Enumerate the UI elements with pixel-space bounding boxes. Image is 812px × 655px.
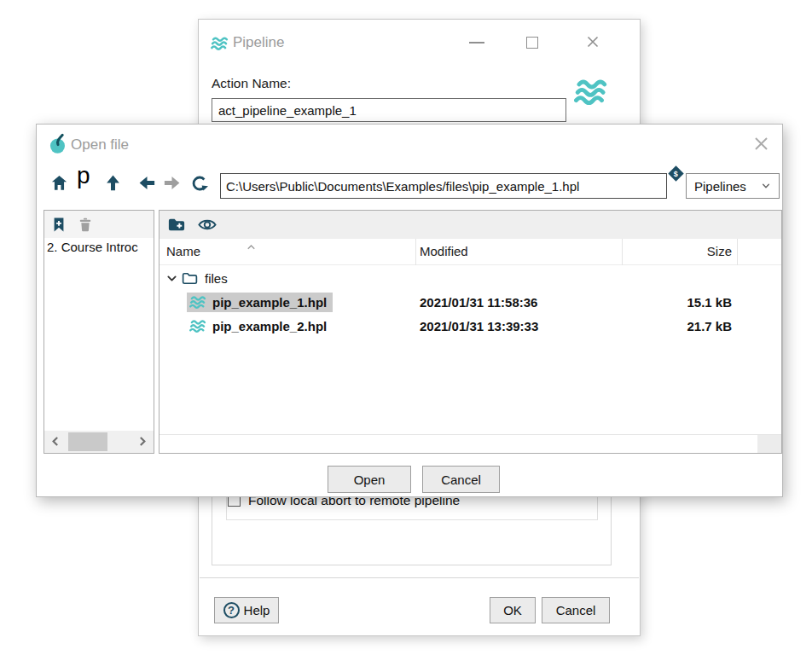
- minimize-icon[interactable]: [469, 42, 484, 43]
- browser-header: Name Modified Size: [160, 239, 781, 265]
- forward-icon[interactable]: [162, 173, 182, 193]
- column-divider: [737, 239, 738, 265]
- dialog-cancel-label: Cancel: [441, 472, 481, 487]
- browser-toolbar: [160, 211, 781, 239]
- delete-bookmark-icon[interactable]: [77, 216, 94, 234]
- open-button[interactable]: Open: [328, 466, 411, 493]
- maximize-icon[interactable]: [526, 37, 538, 49]
- button-separator: [200, 577, 639, 578]
- scrollbar-thumb[interactable]: [68, 432, 107, 451]
- help-icon: ?: [223, 602, 240, 618]
- dialog-close-icon[interactable]: [753, 136, 769, 152]
- file-modified: 2021/01/31 13:39:33: [420, 319, 538, 333]
- help-button-label: Help: [244, 603, 270, 617]
- pipeline-file-icon: [189, 319, 206, 333]
- home-icon[interactable]: [49, 173, 69, 193]
- browser-hscrollbar[interactable]: [160, 434, 781, 453]
- bookmarks-panel: 2. Course Introc: [44, 210, 154, 454]
- folder-icon: [181, 270, 199, 287]
- file-row[interactable]: pip_example_1.hpl 2021/01/31 11:58:36 15…: [160, 290, 781, 314]
- file-name: pip_example_2.hpl: [212, 319, 327, 333]
- close-icon[interactable]: [586, 35, 600, 49]
- ok-button[interactable]: OK: [490, 597, 536, 623]
- folder-name: files: [205, 271, 228, 286]
- show-hidden-eye-icon[interactable]: [197, 215, 218, 235]
- column-divider: [415, 239, 416, 265]
- open-file-dialog: Open file p $ Pipelines 2. Course Introc…: [36, 124, 783, 497]
- pipeline-wave-icon: [211, 36, 229, 51]
- bookmarks-hscrollbar[interactable]: [44, 431, 154, 453]
- hop-drop-icon: [48, 133, 69, 154]
- file-row-selection[interactable]: pip_example_1.hpl: [187, 293, 333, 312]
- file-path-input[interactable]: [220, 173, 667, 199]
- file-size: 15.1 kB: [687, 295, 732, 310]
- bookmarks-toolbar: [44, 211, 154, 238]
- help-button[interactable]: ? Help: [214, 597, 279, 623]
- column-header-modified[interactable]: Modified: [420, 244, 468, 258]
- new-folder-icon[interactable]: [166, 215, 187, 235]
- pipeline-window-title: Pipeline: [233, 34, 285, 51]
- file-row-selection[interactable]: pip_example_2.hpl: [187, 316, 333, 336]
- pipeline-cancel-button[interactable]: Cancel: [542, 597, 610, 623]
- file-type-dropdown[interactable]: Pipelines: [686, 173, 780, 199]
- project-home-icon[interactable]: p: [77, 164, 90, 188]
- tree-expander-icon[interactable]: [165, 272, 178, 285]
- refresh-icon[interactable]: [189, 173, 210, 194]
- scrollbar-corner: [757, 435, 781, 453]
- action-name-field[interactable]: [212, 98, 566, 122]
- pipeline-file-icon: [189, 295, 206, 310]
- file-type-value: Pipelines: [694, 179, 746, 194]
- scroll-right-icon[interactable]: [136, 435, 148, 448]
- column-divider: [622, 239, 623, 265]
- pipeline-cancel-label: Cancel: [556, 603, 596, 617]
- scroll-left-icon[interactable]: [49, 435, 62, 448]
- sort-ascending-icon: [245, 241, 258, 254]
- file-browser-panel: Name Modified Size files pip_example_1.h…: [159, 210, 782, 454]
- open-button-label: Open: [354, 472, 386, 487]
- column-header-size[interactable]: Size: [707, 244, 732, 258]
- file-size: 21.7 kB: [687, 319, 732, 333]
- open-file-title: Open file: [71, 136, 129, 154]
- up-level-icon[interactable]: [103, 173, 123, 193]
- add-bookmark-icon[interactable]: [50, 216, 67, 234]
- ok-button-label: OK: [503, 603, 522, 617]
- dialog-cancel-button[interactable]: Cancel: [422, 466, 500, 493]
- column-header-name[interactable]: Name: [166, 244, 200, 258]
- file-modified: 2021/01/31 11:58:36: [420, 295, 537, 310]
- action-name-label: Action Name:: [212, 76, 291, 91]
- bookmark-item[interactable]: 2. Course Introc: [44, 240, 154, 260]
- file-tree: files pip_example_1.hpl 2021/01/31 11:58…: [160, 266, 781, 338]
- variables-icon: $: [668, 165, 683, 181]
- back-icon[interactable]: [137, 173, 157, 193]
- file-name: pip_example_1.hpl: [212, 295, 327, 310]
- file-row[interactable]: pip_example_2.hpl 2021/01/31 13:39:33 21…: [160, 314, 781, 338]
- chevron-down-icon: [761, 181, 771, 191]
- pipeline-logo-icon: [574, 78, 608, 107]
- folder-row[interactable]: files: [160, 266, 781, 290]
